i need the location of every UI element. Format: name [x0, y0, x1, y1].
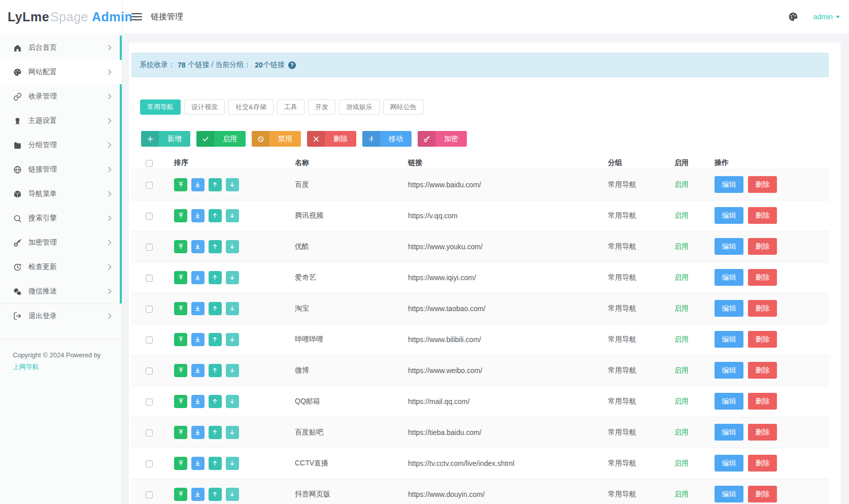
move-up-button[interactable] — [209, 488, 222, 501]
move-to-top-button[interactable] — [174, 240, 187, 253]
row-checkbox[interactable] — [146, 244, 153, 251]
group-tab-6[interactable]: 网站公告 — [383, 99, 424, 115]
move-down-button[interactable] — [226, 426, 239, 439]
move-to-top-button[interactable] — [174, 364, 187, 377]
move-up-button[interactable] — [209, 457, 222, 470]
move-to-top-button[interactable] — [174, 333, 187, 346]
delete-button[interactable]: 删除 — [748, 238, 777, 255]
move-to-bottom-button[interactable] — [191, 302, 205, 315]
brand-logo[interactable]: LyLme Spage Admin — [0, 0, 122, 33]
move-up-button[interactable] — [209, 395, 222, 408]
add-button[interactable]: 新增 — [141, 131, 190, 147]
sidebar-item-collect-manage[interactable]: 收录管理 — [0, 84, 122, 109]
move-down-button[interactable] — [226, 302, 239, 315]
move-to-top-button[interactable] — [174, 395, 187, 408]
move-to-bottom-button[interactable] — [191, 426, 205, 439]
move-down-button[interactable] — [226, 488, 239, 501]
sidebar-item-group-manage[interactable]: 分组管理 — [0, 133, 122, 157]
delete-button[interactable]: 删除 — [307, 131, 356, 147]
row-checkbox[interactable] — [146, 491, 153, 498]
sidebar-item-encrypt-manage[interactable]: 加密管理 — [0, 230, 122, 255]
move-to-bottom-button[interactable] — [191, 333, 205, 346]
row-checkbox[interactable] — [146, 182, 153, 189]
edit-button[interactable]: 编辑 — [715, 238, 743, 255]
row-checkbox[interactable] — [146, 398, 153, 406]
row-checkbox[interactable] — [146, 306, 153, 313]
delete-button[interactable]: 删除 — [748, 455, 777, 472]
user-menu[interactable]: admin — [813, 13, 840, 21]
sidebar-item-link-manage[interactable]: 链接管理 — [0, 157, 122, 182]
group-tab-2[interactable]: 社交&存储 — [228, 99, 274, 115]
move-down-button[interactable] — [226, 209, 239, 222]
delete-button[interactable]: 删除 — [748, 362, 777, 379]
move-to-bottom-button[interactable] — [191, 364, 205, 377]
move-up-button[interactable] — [209, 240, 222, 253]
edit-button[interactable]: 编辑 — [715, 176, 743, 193]
move-up-button[interactable] — [209, 178, 222, 191]
move-to-top-button[interactable] — [174, 302, 187, 315]
sidebar-item-nav-menu[interactable]: 导航菜单 — [0, 182, 122, 206]
move-to-top-button[interactable] — [174, 178, 187, 191]
delete-button[interactable]: 删除 — [748, 331, 777, 348]
delete-button[interactable]: 删除 — [748, 393, 777, 410]
group-tab-4[interactable]: 开发 — [308, 99, 335, 115]
delete-button[interactable]: 删除 — [748, 176, 777, 193]
sidebar-item-search-engine[interactable]: 搜索引擎 — [0, 206, 122, 230]
move-down-button[interactable] — [226, 364, 239, 377]
move-to-top-button[interactable] — [174, 271, 187, 284]
move-to-bottom-button[interactable] — [191, 271, 205, 284]
edit-button[interactable]: 编辑 — [715, 362, 743, 379]
move-up-button[interactable] — [209, 333, 222, 346]
move-to-bottom-button[interactable] — [191, 240, 205, 253]
sidebar-item-wechat-push[interactable]: 微信推送 — [0, 279, 122, 304]
move-down-button[interactable] — [226, 333, 239, 346]
row-checkbox[interactable] — [146, 460, 153, 467]
group-tab-5[interactable]: 游戏娱乐 — [339, 99, 380, 115]
move-to-bottom-button[interactable] — [191, 178, 205, 191]
move-to-bottom-button[interactable] — [191, 209, 205, 222]
sidebar-item-logout[interactable]: 退出登录 — [0, 304, 122, 328]
move-down-button[interactable] — [226, 271, 239, 284]
move-to-top-button[interactable] — [174, 457, 187, 470]
move-up-button[interactable] — [209, 364, 222, 377]
sidebar-item-site-config[interactable]: 网站配置 — [0, 60, 122, 84]
move-up-button[interactable] — [209, 302, 222, 315]
edit-button[interactable]: 编辑 — [715, 393, 743, 410]
edit-button[interactable]: 编辑 — [715, 331, 743, 348]
delete-button[interactable]: 删除 — [748, 269, 777, 286]
sidebar-item-dashboard[interactable]: 后台首页 — [0, 36, 122, 60]
sidebar-item-theme-settings[interactable]: 主题设置 — [0, 109, 122, 133]
move-down-button[interactable] — [226, 178, 239, 191]
select-all-checkbox[interactable] — [146, 160, 153, 167]
edit-button[interactable]: 编辑 — [715, 269, 743, 286]
theme-palette-icon[interactable] — [788, 12, 798, 22]
move-to-top-button[interactable] — [174, 426, 187, 439]
delete-button[interactable]: 删除 — [748, 300, 777, 317]
sidebar-item-check-update[interactable]: 检查更新 — [0, 255, 122, 279]
move-up-button[interactable] — [209, 271, 222, 284]
move-down-button[interactable] — [226, 457, 239, 470]
group-tab-0[interactable]: 常用导航 — [140, 99, 181, 115]
row-checkbox[interactable] — [146, 337, 153, 344]
row-checkbox[interactable] — [146, 367, 153, 375]
group-tab-3[interactable]: 工具 — [277, 99, 304, 115]
edit-button[interactable]: 编辑 — [715, 455, 743, 472]
row-checkbox[interactable] — [146, 429, 153, 436]
move-to-bottom-button[interactable] — [191, 488, 205, 501]
encrypt-button[interactable]: 加密 — [418, 131, 467, 147]
edit-button[interactable]: 编辑 — [715, 486, 743, 502]
disable-button[interactable]: 禁用 — [252, 131, 301, 147]
move-to-top-button[interactable] — [174, 488, 187, 501]
move-to-top-button[interactable] — [174, 209, 187, 222]
move-to-bottom-button[interactable] — [191, 395, 205, 408]
move-down-button[interactable] — [226, 395, 239, 408]
enable-button[interactable]: 启用 — [196, 131, 246, 147]
row-checkbox[interactable] — [146, 213, 153, 220]
move-up-button[interactable] — [209, 426, 222, 439]
edit-button[interactable]: 编辑 — [715, 424, 743, 441]
help-icon[interactable]: ? — [288, 61, 296, 69]
delete-button[interactable]: 删除 — [748, 424, 777, 441]
delete-button[interactable]: 删除 — [748, 207, 777, 224]
copyright-link[interactable]: 上网导航 — [13, 361, 109, 373]
row-checkbox[interactable] — [146, 275, 153, 282]
